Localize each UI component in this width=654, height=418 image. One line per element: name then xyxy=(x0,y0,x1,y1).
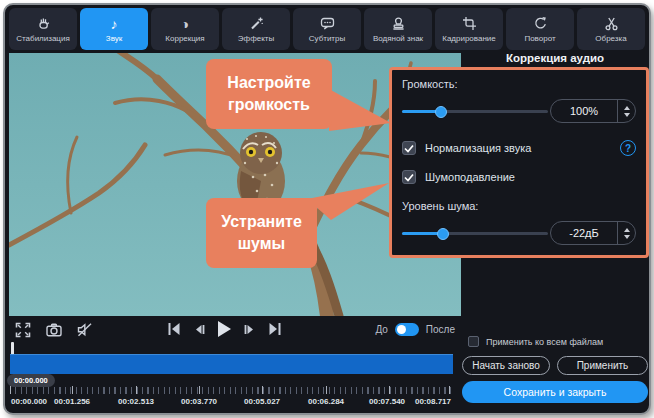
time-label: 00:06.284 xyxy=(308,397,344,406)
noise-suppression-checkbox[interactable] xyxy=(402,170,416,184)
tab-watermark[interactable]: Водяной знак xyxy=(364,8,432,50)
tab-rotate[interactable]: Поворот xyxy=(506,8,574,50)
skip-to-end-icon[interactable] xyxy=(268,322,282,336)
tab-stabilization[interactable]: Стабилизация xyxy=(9,8,77,50)
tab-label: Поворот xyxy=(524,34,555,43)
timeline-time-labels: 00:00.000 00:01.256 00:02.513 00:03.770 … xyxy=(10,397,451,408)
panel-title: Коррекция аудио xyxy=(462,52,648,64)
noise-level-label: Уровень шума: xyxy=(402,200,636,212)
previous-frame-icon[interactable] xyxy=(193,323,205,336)
volume-slider-knob[interactable] xyxy=(435,106,447,118)
save-and-close-button[interactable]: Сохранить и закрыть xyxy=(462,381,648,403)
toolbar: Стабилизация ♪ Звук ◑ Коррекция Эффекты … xyxy=(9,8,645,50)
noise-level-slider[interactable] xyxy=(402,226,548,240)
apply-all-checkbox[interactable] xyxy=(468,336,479,347)
timeline-ruler[interactable] xyxy=(10,387,451,394)
time-label: 00:00.000 xyxy=(11,397,47,406)
magic-wand-icon xyxy=(249,16,264,32)
noise-level-value-field[interactable]: -22дБ xyxy=(550,221,636,245)
transport-bar: До После xyxy=(9,316,461,346)
tab-label: Эффекты xyxy=(238,34,274,43)
crop-icon xyxy=(462,16,477,32)
time-label: 00:07.540 xyxy=(369,397,405,406)
tab-label: Водяной знак xyxy=(373,34,423,43)
time-label: 00:03.770 xyxy=(181,397,217,406)
apply-button[interactable]: Применить xyxy=(557,356,648,375)
tab-subtitles[interactable]: Субтитры xyxy=(293,8,361,50)
play-icon[interactable] xyxy=(217,321,232,337)
tab-trim[interactable]: Обрезка xyxy=(577,8,645,50)
tab-label: Кадрирование xyxy=(442,34,496,43)
noise-step-up-icon[interactable] xyxy=(624,228,630,232)
app-window: Стабилизация ♪ Звук ◑ Коррекция Эффекты … xyxy=(3,3,651,415)
tab-crop[interactable]: Кадрирование xyxy=(435,8,503,50)
contrast-icon: ◑ xyxy=(181,16,189,32)
tab-label: Субтитры xyxy=(309,34,345,43)
music-note-icon: ♪ xyxy=(111,16,118,32)
rotate-icon xyxy=(533,16,548,32)
apply-all-label: Применить ко всем файлам xyxy=(486,337,603,347)
position-badge: 00:00.000 xyxy=(7,374,55,387)
audio-track-bar[interactable] xyxy=(10,354,453,374)
volume-step-up-icon[interactable] xyxy=(624,106,630,110)
tab-label: Звук xyxy=(106,34,122,43)
snapshot-camera-icon[interactable] xyxy=(46,322,62,338)
tab-label: Обрезка xyxy=(595,34,626,43)
volume-value[interactable]: 100% xyxy=(551,105,617,117)
callout-tail xyxy=(307,183,391,221)
time-label: 00:01.256 xyxy=(54,397,90,406)
audio-correction-panel: Громкость: 100% Нормализация звука ? xyxy=(389,67,649,258)
tab-label: Коррекция xyxy=(165,34,204,43)
volume-slider[interactable] xyxy=(402,104,548,118)
time-label: 00:05.027 xyxy=(244,397,280,406)
before-label: До xyxy=(375,324,387,335)
time-label: 00:02.513 xyxy=(118,397,154,406)
skip-to-start-icon[interactable] xyxy=(167,322,181,336)
noise-level-value[interactable]: -22дБ xyxy=(551,227,617,239)
before-after-toggle[interactable] xyxy=(395,323,419,336)
tab-sound[interactable]: ♪ Звук xyxy=(80,8,148,50)
next-frame-icon[interactable] xyxy=(244,323,256,336)
noise-suppression-label: Шумоподавление xyxy=(425,171,515,183)
noise-step-down-icon[interactable] xyxy=(624,235,630,239)
tab-correction[interactable]: ◑ Коррекция xyxy=(151,8,219,50)
tab-effects[interactable]: Эффекты xyxy=(222,8,290,50)
help-icon[interactable]: ? xyxy=(620,140,636,156)
volume-value-field[interactable]: 100% xyxy=(550,99,636,123)
speech-bubble-icon xyxy=(320,16,335,32)
volume-step-down-icon[interactable] xyxy=(624,113,630,117)
stamp-icon xyxy=(391,16,406,32)
callout-remove-noise: Устраните шумы xyxy=(206,198,317,268)
volume-label: Громкость: xyxy=(402,78,636,90)
tab-label: Стабилизация xyxy=(16,34,70,43)
fullscreen-icon[interactable] xyxy=(15,322,31,338)
scissors-icon xyxy=(604,16,619,32)
callout-adjust-volume: Настройте громкость xyxy=(206,59,332,129)
noise-level-slider-knob[interactable] xyxy=(437,228,449,240)
time-label: 00:08.717 xyxy=(415,397,451,406)
audio-muted-icon[interactable] xyxy=(77,322,93,338)
hand-icon xyxy=(36,16,51,32)
after-label: После xyxy=(426,324,455,335)
callout-tail xyxy=(329,85,393,131)
normalize-label: Нормализация звука xyxy=(425,142,531,154)
normalize-checkbox[interactable] xyxy=(402,141,416,155)
reset-button[interactable]: Начать заново xyxy=(462,356,550,375)
